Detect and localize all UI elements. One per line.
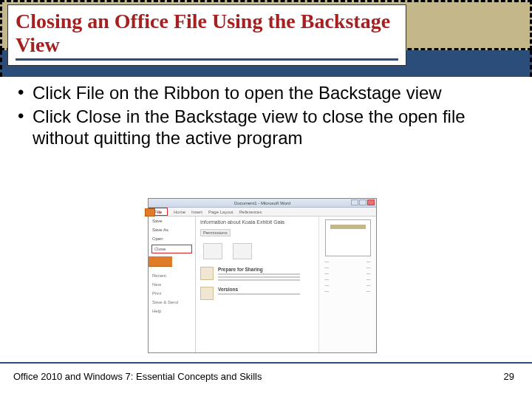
permissions-header: Permissions (200, 229, 231, 236)
text-line (218, 293, 300, 295)
title-box: Closing an Office File Using the Backsta… (7, 4, 406, 66)
section-text: Versions (218, 287, 314, 300)
text-line (218, 273, 300, 275)
quick-access-stub (145, 208, 155, 216)
sidebar-recent: Recent (149, 271, 195, 280)
sidebar-close-highlighted: Close (151, 245, 192, 253)
minimize-icon (351, 200, 358, 205)
icon-row (203, 243, 314, 259)
footer-text: Office 2010 and Windows 7: Essential Con… (13, 371, 262, 382)
page-number: 29 (504, 371, 514, 382)
bullet-item: Click File on the Ribbon to open the Bac… (13, 83, 519, 103)
close-icon (367, 200, 375, 205)
doc-icon (203, 243, 222, 259)
prop-row: —— (325, 283, 371, 287)
maximize-icon (359, 200, 366, 205)
bullet-list: Click File on the Ribbon to open the Bac… (13, 83, 519, 149)
versions-section: Versions (200, 287, 314, 300)
text-line (218, 279, 300, 281)
doc-properties: —— —— —— —— —— —— (325, 259, 371, 295)
doc-icon (233, 243, 252, 259)
backstage-main: Information about Koala Exhibit Gala Per… (196, 216, 318, 352)
backstage-body: Save Save As Open Close Recent New Print… (149, 216, 376, 352)
backstage-right-column: —— —— —— —— —— —— (318, 216, 376, 352)
sidebar-save-send: Save & Send (149, 298, 195, 307)
sidebar-save-as: Save As (149, 225, 195, 234)
prepare-sharing-section: Prepare for Sharing (200, 267, 314, 282)
ribbon-tab: Home (171, 210, 188, 214)
sidebar-open: Open (149, 234, 195, 243)
ribbon-tab: References (236, 210, 265, 214)
section-icon (200, 267, 214, 280)
backstage-sidebar: Save Save As Open Close Recent New Print… (149, 216, 196, 352)
sidebar-save: Save (149, 216, 195, 225)
prop-row: —— (325, 289, 371, 293)
sidebar-help: Help (149, 307, 195, 316)
prop-row: —— (325, 265, 371, 270)
section-text: Prepare for Sharing (218, 267, 314, 282)
text-line (218, 276, 300, 278)
ribbon-tab: Insert (188, 210, 205, 214)
bullet-item: Click Close in the Backstage view to clo… (13, 106, 519, 149)
prop-row: —— (325, 271, 371, 276)
doc-thumbnail (325, 219, 371, 256)
sidebar-lower: Recent New Print Save & Send Help (149, 271, 195, 316)
slide-title: Closing an Office File Using the Backsta… (16, 10, 398, 61)
window-titlebar: Document1 - Microsoft Word (149, 199, 376, 208)
slide-footer: Office 2010 and Windows 7: Essential Con… (0, 364, 532, 399)
prop-row: —— (325, 259, 371, 264)
section-heading: Versions (218, 287, 314, 292)
section-icon (200, 287, 214, 300)
slide: Closing an Office File Using the Backsta… (0, 0, 532, 399)
section-heading: Prepare for Sharing (218, 267, 314, 272)
ribbon-tab: Page Layout (205, 210, 236, 214)
window-title-text: Document1 - Microsoft Word (234, 201, 290, 205)
info-heading: Information about Koala Exhibit Gala (200, 219, 314, 225)
sidebar-new: New (149, 280, 195, 289)
sidebar-print: Print (149, 289, 195, 298)
embedded-screenshot: Document1 - Microsoft Word File Home Ins… (148, 198, 377, 353)
sidebar-info-active (149, 256, 172, 267)
prop-row: —— (325, 277, 371, 282)
window-buttons (351, 200, 375, 205)
ribbon-tabs: File Home Insert Page Layout References (149, 208, 376, 216)
